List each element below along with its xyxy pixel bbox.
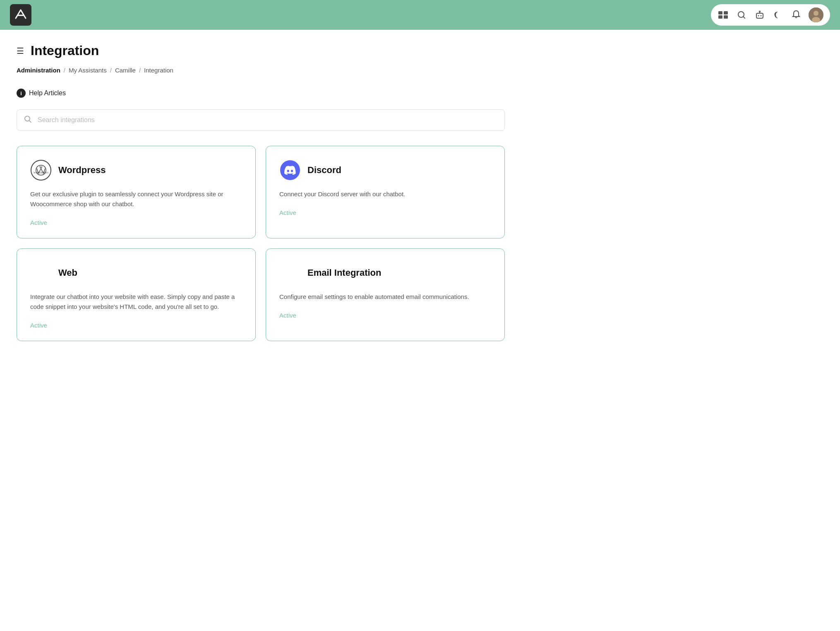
wordpress-logo: W WORDPRESS — [30, 159, 52, 181]
menu-icon[interactable]: ☰ — [17, 46, 24, 56]
breadcrumb-sep3: / — [139, 67, 141, 74]
svg-rect-0 — [718, 11, 722, 14]
discord-status: Active — [279, 209, 296, 216]
wordpress-card[interactable]: W WORDPRESS Wordpress Get our exclusive … — [17, 146, 256, 238]
header-toolbar — [711, 4, 830, 26]
search-container — [17, 109, 505, 131]
svg-point-7 — [761, 15, 762, 17]
svg-rect-3 — [724, 15, 728, 19]
help-label[interactable]: Help Articles — [29, 89, 66, 97]
breadcrumb-sep1: / — [64, 67, 65, 74]
svg-point-6 — [758, 15, 759, 17]
web-title: Web — [58, 267, 77, 278]
notification-icon[interactable] — [790, 9, 802, 21]
discord-logo — [279, 159, 301, 181]
email-logo — [279, 262, 301, 284]
wordpress-desc: Get our exclusive plugin to seamlessly c… — [30, 189, 242, 209]
breadcrumb: Administration / My Assistants / Camille… — [17, 67, 505, 74]
web-logo — [30, 262, 52, 284]
email-status: Active — [279, 312, 296, 319]
svg-rect-1 — [724, 11, 728, 14]
web-card-header: Web — [30, 262, 242, 284]
discord-card[interactable]: Discord Connect your Discord server with… — [266, 146, 505, 238]
discord-desc: Connect your Discord server with our cha… — [279, 189, 491, 199]
svg-point-14 — [32, 161, 50, 179]
email-desc: Configure email settings to enable autom… — [279, 292, 491, 302]
page-title-row: ☰ Integration — [17, 43, 505, 58]
email-card-header: Email Integration — [279, 262, 491, 284]
email-title: Email Integration — [307, 267, 381, 278]
main-content: ☰ Integration Administration / My Assist… — [0, 30, 521, 354]
avatar[interactable] — [809, 7, 823, 22]
header — [0, 0, 840, 30]
web-desc: Integrate our chatbot into your website … — [30, 292, 242, 312]
breadcrumb-sep2: / — [110, 67, 112, 74]
search-input[interactable] — [17, 109, 505, 131]
breadcrumb-admin[interactable]: Administration — [17, 67, 60, 74]
svg-rect-5 — [756, 13, 763, 18]
svg-text:WORDPRESS: WORDPRESS — [34, 171, 48, 174]
page-title: Integration — [31, 43, 99, 58]
wordpress-status: Active — [30, 219, 47, 226]
svg-point-12 — [25, 116, 30, 121]
search-icon[interactable] — [736, 9, 747, 21]
discord-title: Discord — [307, 165, 341, 176]
logo[interactable] — [10, 4, 31, 26]
dark-mode-icon[interactable] — [772, 9, 784, 21]
discord-card-header: Discord — [279, 159, 491, 181]
breadcrumb-current: Integration — [144, 67, 173, 74]
help-row: i Help Articles — [17, 89, 505, 98]
web-status: Active — [30, 322, 47, 329]
search-input-icon — [24, 116, 31, 125]
svg-point-10 — [814, 11, 818, 16]
breadcrumb-camille[interactable]: Camille — [115, 67, 136, 74]
ab-icon[interactable] — [718, 9, 729, 21]
breadcrumb-my-assistants[interactable]: My Assistants — [69, 67, 107, 74]
svg-rect-2 — [718, 15, 722, 19]
web-card[interactable]: Web Integrate our chatbot into your webs… — [17, 248, 256, 341]
email-card[interactable]: Email Integration Configure email settin… — [266, 248, 505, 341]
cards-grid: W WORDPRESS Wordpress Get our exclusive … — [17, 146, 505, 341]
bot-icon[interactable] — [754, 9, 766, 21]
info-icon: i — [17, 89, 26, 98]
wordpress-card-header: W WORDPRESS Wordpress — [30, 159, 242, 181]
wordpress-title: Wordpress — [58, 165, 106, 176]
